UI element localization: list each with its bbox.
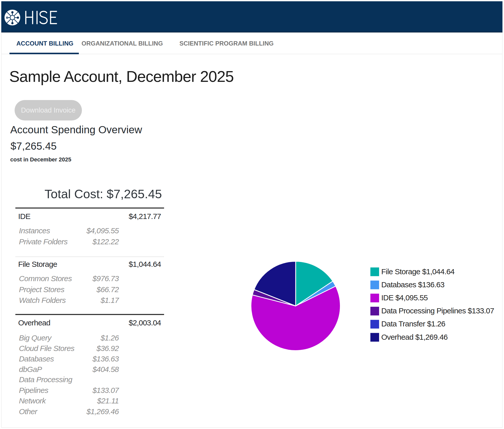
svg-text:Data Transfer $1.26: Data Transfer $1.26: [381, 320, 445, 328]
svg-text:$1,044.64: $1,044.64: [129, 260, 161, 268]
svg-text:$976.73: $976.73: [92, 274, 119, 283]
svg-text:$4,217.77: $4,217.77: [129, 212, 161, 221]
svg-text:Project Stores: Project Stores: [19, 285, 65, 294]
svg-text:Big Query: Big Query: [19, 334, 52, 342]
svg-text:Data Processing: Data Processing: [19, 375, 72, 384]
svg-text:SCIENTIFIC PROGRAM BILLING: SCIENTIFIC PROGRAM BILLING: [179, 40, 274, 47]
svg-text:Common Stores: Common Stores: [19, 274, 72, 283]
svg-text:Other: Other: [19, 407, 38, 416]
svg-text:$1.26: $1.26: [100, 334, 119, 342]
svg-text:$7,265.45: $7,265.45: [10, 140, 57, 152]
svg-text:$21.11: $21.11: [97, 397, 119, 405]
svg-text:$136.63: $136.63: [92, 355, 119, 363]
svg-text:Overhead: Overhead: [18, 318, 50, 327]
svg-text:$122.22: $122.22: [92, 237, 119, 246]
svg-text:Total Cost: $7,265.45: Total Cost: $7,265.45: [45, 187, 162, 201]
svg-text:cost in December 2025: cost in December 2025: [10, 156, 71, 163]
svg-text:$133.07: $133.07: [92, 386, 119, 394]
svg-text:Network: Network: [19, 397, 46, 405]
svg-text:Cloud File Stores: Cloud File Stores: [19, 344, 74, 353]
svg-text:$404.58: $404.58: [92, 365, 119, 373]
svg-text:Watch Folders: Watch Folders: [19, 296, 66, 304]
svg-text:ACCOUNT BILLING: ACCOUNT BILLING: [16, 40, 73, 47]
svg-text:IDE: IDE: [18, 212, 30, 221]
svg-text:Download Invoice: Download Invoice: [21, 106, 76, 114]
svg-text:$36.92: $36.92: [96, 344, 119, 353]
svg-text:Sample Account, December 2025: Sample Account, December 2025: [9, 68, 234, 85]
svg-text:Pipelines: Pipelines: [19, 386, 48, 394]
svg-text:dbGaP: dbGaP: [19, 365, 42, 373]
svg-text:$4,095.55: $4,095.55: [86, 226, 119, 235]
svg-text:Account Spending Overview: Account Spending Overview: [10, 124, 142, 136]
svg-text:$2,003.04: $2,003.04: [129, 318, 161, 327]
svg-text:$66.72: $66.72: [96, 285, 119, 294]
svg-text:File Storage $1,044.64: File Storage $1,044.64: [381, 267, 455, 276]
svg-text:ORGANIZATIONAL BILLING: ORGANIZATIONAL BILLING: [82, 40, 163, 47]
svg-text:Databases $136.63: Databases $136.63: [381, 280, 445, 289]
svg-text:Instances: Instances: [19, 226, 50, 235]
svg-text:$1.17: $1.17: [100, 296, 119, 304]
svg-text:Private Folders: Private Folders: [19, 237, 68, 246]
svg-text:Overhead $1,269.46: Overhead $1,269.46: [381, 333, 448, 341]
svg-text:$1,269.46: $1,269.46: [86, 407, 119, 416]
svg-text:Databases: Databases: [19, 355, 54, 363]
svg-text:IDE $4,095.55: IDE $4,095.55: [381, 293, 428, 302]
svg-text:Data Processing Pipelines $133: Data Processing Pipelines $133.07: [381, 306, 494, 315]
svg-text:File Storage: File Storage: [18, 260, 57, 268]
